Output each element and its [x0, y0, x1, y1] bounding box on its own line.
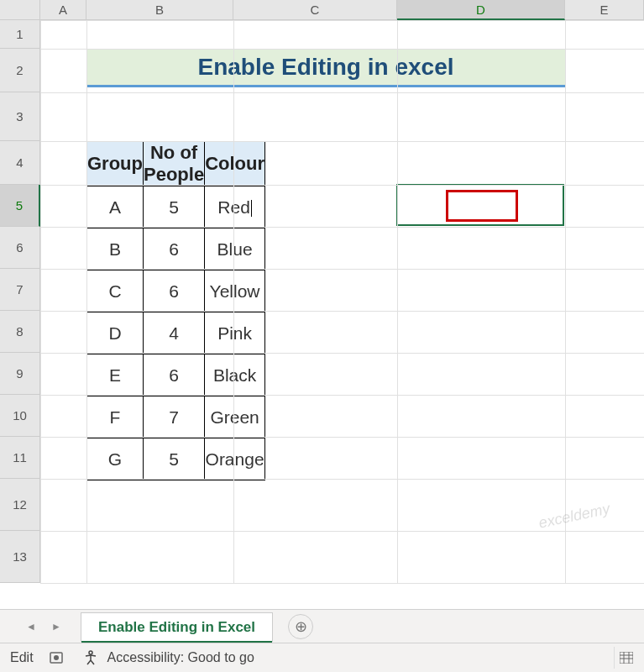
- editing-cell-selection: [396, 184, 564, 226]
- mode-label: Edit: [10, 650, 34, 664]
- table-cell[interactable]: 6: [144, 354, 205, 396]
- text-cursor: [251, 200, 252, 217]
- table-cell[interactable]: 7: [144, 396, 205, 438]
- accessibility-status: Accessibility: Good to go: [107, 650, 254, 665]
- row-header-12[interactable]: 12: [0, 479, 40, 531]
- table-row: B6Blue: [87, 228, 265, 270]
- title-merged-cell[interactable]: Enable Editing in excel: [86, 49, 565, 87]
- new-sheet-button[interactable]: ⊕: [288, 614, 313, 639]
- tab-prev-button[interactable]: ◄: [22, 617, 40, 636]
- table-cell[interactable]: G: [87, 438, 144, 480]
- svg-point-1: [54, 655, 59, 660]
- table-cell[interactable]: 6: [144, 228, 205, 270]
- spreadsheet-area: ABCDE 12345678910111213 Enable Editing i…: [0, 0, 644, 609]
- row-headers: 12345678910111213: [0, 20, 40, 583]
- table-row: A5Red: [87, 186, 265, 228]
- table-cell[interactable]: 4: [144, 312, 205, 354]
- table-row: C6Yellow: [87, 270, 265, 312]
- row-header-13[interactable]: 13: [0, 531, 40, 583]
- table-cell[interactable]: Blue: [205, 228, 265, 270]
- status-bar: Edit Accessibility: Good to go: [0, 643, 644, 672]
- row-header-9[interactable]: 9: [0, 353, 40, 395]
- row-header-2[interactable]: 2: [0, 49, 40, 92]
- status-mode[interactable]: Edit: [3, 647, 40, 669]
- table-row: E6Black: [87, 354, 265, 396]
- row-header-5[interactable]: 5: [0, 185, 40, 227]
- svg-rect-3: [620, 652, 633, 664]
- svg-point-2: [89, 651, 92, 654]
- sheet-tab-active[interactable]: Enable Editing in Excel: [81, 612, 273, 642]
- table-row: G5Orange: [87, 438, 265, 480]
- table-cell[interactable]: Black: [205, 354, 265, 396]
- annotation-highlight-cell: [446, 190, 518, 222]
- table-row: F7Green: [87, 396, 265, 438]
- row-header-8[interactable]: 8: [0, 311, 40, 353]
- row-header-11[interactable]: 11: [0, 437, 40, 479]
- table-row: D4Pink: [87, 312, 265, 354]
- table-cell[interactable]: 6: [144, 270, 205, 312]
- table-cell[interactable]: Pink: [205, 312, 265, 354]
- row-header-1[interactable]: 1: [0, 20, 40, 49]
- col-header-B[interactable]: B: [86, 0, 233, 20]
- table-cell[interactable]: E: [87, 354, 144, 396]
- row-header-10[interactable]: 10: [0, 395, 40, 437]
- table-cell[interactable]: Red: [205, 186, 265, 228]
- table-cell[interactable]: 5: [144, 186, 205, 228]
- col-header-E[interactable]: E: [565, 0, 644, 20]
- table-cell[interactable]: F: [87, 396, 144, 438]
- table-header[interactable]: Group: [87, 142, 144, 186]
- row-header-4[interactable]: 4: [0, 141, 40, 185]
- accessibility-icon[interactable]: [82, 649, 99, 666]
- table-cell[interactable]: C: [87, 270, 144, 312]
- table-header[interactable]: Colour: [205, 142, 265, 186]
- table-cell[interactable]: Yellow: [205, 270, 265, 312]
- table-header[interactable]: No of People: [144, 142, 205, 186]
- table-cell[interactable]: 5: [144, 438, 205, 480]
- view-controls: [614, 647, 637, 669]
- col-header-A[interactable]: A: [40, 0, 86, 20]
- tab-next-button[interactable]: ►: [47, 617, 65, 636]
- table-cell[interactable]: Green: [205, 396, 265, 438]
- sheet-tab-label: Enable Editing in Excel: [98, 619, 255, 635]
- row-header-6[interactable]: 6: [0, 227, 40, 269]
- table-cell[interactable]: D: [87, 312, 144, 354]
- title-text: Enable Editing in excel: [198, 54, 454, 81]
- table-cell[interactable]: A: [87, 186, 144, 228]
- column-headers: ABCDE: [40, 0, 644, 20]
- macro-record-icon[interactable]: [49, 649, 65, 666]
- select-all-corner[interactable]: [0, 0, 40, 20]
- sheet-tab-strip: ◄ ► Enable Editing in Excel ⊕: [0, 609, 644, 643]
- table-cell[interactable]: B: [87, 228, 144, 270]
- watermark: exceldemy: [537, 500, 612, 532]
- view-normal-icon[interactable]: [614, 647, 637, 669]
- table-cell[interactable]: Orange: [205, 438, 265, 480]
- row-header-7[interactable]: 7: [0, 269, 40, 311]
- col-header-D[interactable]: D: [397, 0, 565, 20]
- tab-nav: ◄ ►: [0, 617, 81, 636]
- col-header-C[interactable]: C: [233, 0, 397, 20]
- row-header-3[interactable]: 3: [0, 92, 40, 141]
